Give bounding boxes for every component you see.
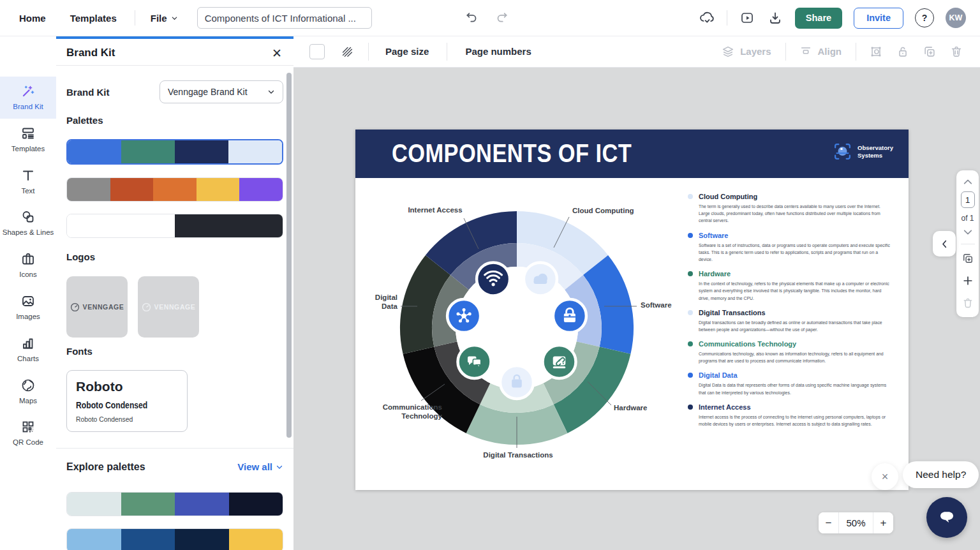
chat-launcher-button[interactable] <box>926 497 967 538</box>
lock-icon[interactable] <box>553 299 586 332</box>
brand-logo-tile-2[interactable]: VENNGAGE <box>138 276 199 338</box>
share-button[interactable]: Share <box>795 8 842 29</box>
donut-label-software[interactable]: Software <box>641 301 687 310</box>
file-menu[interactable]: File <box>151 13 178 24</box>
section-software[interactable]: SoftwareSoftware is a set of instruction… <box>688 232 905 264</box>
panel-scrollbar[interactable] <box>286 73 292 438</box>
donut-label-digital-transactions[interactable]: Digital Transactions <box>479 451 558 460</box>
donut-label-cloud-computing[interactable]: Cloud Computing <box>572 207 650 216</box>
infographic-header[interactable]: COMPONENTS OF ICT Observatory Systems <box>355 130 909 178</box>
design-page[interactable]: COMPONENTS OF ICT Observatory Systems <box>355 130 909 490</box>
cloud-sync-button[interactable] <box>699 10 715 26</box>
background-pattern-button[interactable] <box>340 45 354 59</box>
document-title-input[interactable] <box>197 7 372 29</box>
sidebar-item-icons[interactable]: Icons <box>0 244 56 286</box>
page-number-input[interactable]: 1 <box>961 191 975 208</box>
cloud-icon[interactable] <box>524 262 557 295</box>
palette-swatch <box>175 493 229 516</box>
palette-swatch <box>197 178 240 201</box>
sidebar-item-images[interactable]: Images <box>0 286 56 329</box>
brand-kit-select[interactable]: Venngage Brand Kit <box>160 80 283 103</box>
close-icon[interactable]: ✕ <box>272 47 282 59</box>
explore-palette-2[interactable] <box>66 528 283 550</box>
donut-label-communications-technology[interactable]: CommunicationsTechnology <box>369 403 442 421</box>
wifi-icon[interactable] <box>477 262 510 295</box>
shopping-bag-icon[interactable] <box>500 366 533 399</box>
palette-swatch <box>67 529 121 550</box>
chevron-up-icon[interactable] <box>963 178 973 186</box>
infographic-logo[interactable]: Observatory Systems <box>833 142 893 161</box>
redo-button[interactable] <box>494 9 510 26</box>
delete-button[interactable] <box>949 45 963 59</box>
fonts-label: Fonts <box>66 346 283 356</box>
font-tertiary: Roboto Condensed <box>76 415 168 423</box>
lock-button[interactable] <box>896 45 910 59</box>
section-digital-data[interactable]: Digital DataDigital Data is data that re… <box>688 371 905 396</box>
view-all-link[interactable]: View all <box>237 461 283 472</box>
donut-label-digital-data[interactable]: DigitalData <box>355 294 397 311</box>
avatar[interactable]: KW <box>946 8 966 28</box>
chat-icon[interactable] <box>458 345 491 378</box>
zoom-in-button[interactable]: + <box>873 512 893 533</box>
home-link[interactable]: Home <box>19 13 46 24</box>
venngage-logo-icon <box>70 302 80 312</box>
need-help-button[interactable]: Need help? <box>903 461 979 488</box>
canvas-toolbar: Page size Page numbers Layers Align <box>293 36 980 68</box>
canvas-viewport[interactable]: COMPONENTS OF ICT Observatory Systems <box>293 68 980 550</box>
dismiss-help-button[interactable]: × <box>872 463 898 490</box>
section-cloud-computing[interactable]: Cloud ComputingThe term is generally use… <box>688 193 905 225</box>
help-button[interactable]: ? <box>915 8 934 27</box>
zoom-level[interactable]: 50% <box>838 512 873 533</box>
duplicate-button[interactable] <box>923 45 937 59</box>
mask-button[interactable] <box>869 45 883 59</box>
sidebar-item-maps[interactable]: Maps <box>0 371 56 413</box>
canvas-area: Page size Page numbers Layers Align <box>293 36 980 550</box>
explore-palette-1[interactable] <box>66 492 283 516</box>
sidebar-item-qr-code[interactable]: QR Code <box>0 412 56 454</box>
section-communications-technology[interactable]: Communications TechnologyCommunications … <box>688 340 905 364</box>
network-icon[interactable] <box>447 299 480 332</box>
templates-link[interactable]: Templates <box>70 13 117 24</box>
donut-label-internet-access[interactable]: Internet Access <box>396 206 475 215</box>
sidebar-item-text[interactable]: Text <box>0 161 56 203</box>
font-card[interactable]: Roboto Roboto Condensed Roboto Condensed <box>66 370 188 432</box>
divider <box>785 43 786 61</box>
section-digital-transactions[interactable]: Digital TransactionsDigital transactions… <box>688 309 905 333</box>
brand-palette-1[interactable] <box>66 139 283 165</box>
donut-label-hardware[interactable]: Hardware <box>614 404 660 413</box>
collapse-panel-button[interactable] <box>933 231 956 256</box>
sidebar-item-templates[interactable]: Templates <box>0 119 56 161</box>
page-size-button[interactable]: Page size <box>385 46 429 57</box>
redo-icon <box>495 10 509 24</box>
chevron-down-icon[interactable] <box>963 228 973 236</box>
zoom-out-button[interactable]: − <box>819 512 838 533</box>
sidebar-item-shapes-lines[interactable]: Shapes & Lines <box>0 202 56 244</box>
layers-button[interactable]: Layers <box>721 45 771 59</box>
donut-chart[interactable] <box>355 178 687 490</box>
section-hardware[interactable]: HardwareIn the context of technology, re… <box>688 270 905 302</box>
align-button[interactable]: Align <box>799 45 842 59</box>
section-title: Internet Access <box>699 403 751 411</box>
infographic-title[interactable]: COMPONENTS OF ICT <box>392 139 632 168</box>
hard-drive-icon[interactable] <box>543 345 576 378</box>
top-navbar: Home Templates File Share Invite ? KW <box>0 0 980 36</box>
undo-button[interactable] <box>463 9 480 26</box>
brand-palette-2[interactable] <box>66 177 283 202</box>
sidebar-item-charts[interactable]: Charts <box>0 329 56 371</box>
page-numbers-button[interactable]: Page numbers <box>465 46 531 57</box>
present-button[interactable] <box>739 10 755 26</box>
duplicate-page-icon[interactable] <box>961 252 974 265</box>
bullet-icon <box>688 233 693 238</box>
section-internet-access[interactable]: Internet AccessInternet access is the pr… <box>688 403 905 427</box>
bullet-icon <box>688 310 693 315</box>
brand-palette-3[interactable] <box>66 214 283 238</box>
invite-button[interactable]: Invite <box>854 8 903 29</box>
section-text: The term is generally used to describe d… <box>699 203 891 225</box>
qr-code-icon <box>20 419 36 435</box>
download-button[interactable] <box>767 10 783 26</box>
add-page-icon[interactable] <box>961 274 974 287</box>
delete-page-icon[interactable] <box>961 297 974 309</box>
background-color-swatch[interactable] <box>309 44 325 59</box>
sidebar-item-brand-kit[interactable]: Brand Kit <box>0 77 56 119</box>
brand-logo-tile-1[interactable]: VENNGAGE <box>66 276 128 338</box>
